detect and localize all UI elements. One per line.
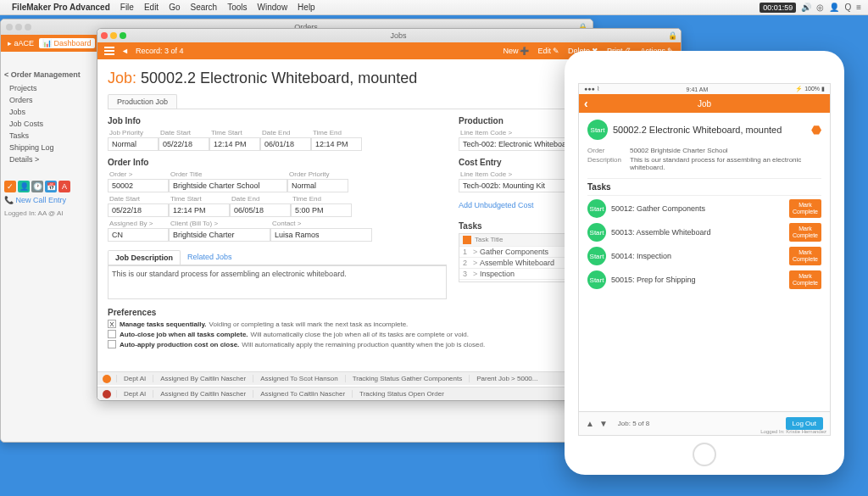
close-icon[interactable] [101, 32, 108, 39]
maximize-icon[interactable] [120, 32, 126, 39]
job-counter: Job: 5 of 8 [618, 420, 649, 427]
minimize-icon[interactable] [110, 32, 117, 39]
menu-window[interactable]: Window [258, 3, 288, 12]
ipad-header-title: Job [698, 99, 711, 109]
ipad-device: ●●● ⌇ 9:41 AM ⚡ 100% ▮ ‹ Job Start 50002… [565, 51, 844, 475]
lock-icon: 🔒 [668, 31, 677, 40]
new-button[interactable]: New ➕ [503, 47, 529, 55]
time-start[interactable]: 12:14 PM [209, 137, 260, 151]
ipad-task-row[interactable]: Start50014: InspectionMarkComplete [587, 247, 821, 265]
client[interactable]: Brightside Charter [169, 228, 270, 242]
sidebar-item-orders[interactable]: Orders [4, 94, 89, 106]
ipad-statusbar: ●●● ⌇ 9:41 AM ⚡ 100% ▮ [579, 84, 830, 94]
start-icon[interactable]: Start [587, 120, 608, 140]
check-icon[interactable]: ✓ [4, 181, 16, 192]
mark-complete-button[interactable]: MarkComplete [789, 223, 821, 241]
ipad-task-row[interactable]: Start50015: Prep for ShippingMarkComplet… [587, 270, 821, 289]
menu-help[interactable]: Help [298, 3, 315, 12]
sidebar-header[interactable]: < Order Management [4, 70, 89, 79]
nav-prev-icon[interactable]: ◄ [121, 47, 129, 55]
wifi-icon[interactable]: ◎ [816, 3, 824, 12]
job-priority[interactable]: Normal [108, 137, 159, 151]
desc-label: Description [587, 156, 630, 171]
ipad-tasks-heading: Tasks [587, 178, 821, 196]
clock: 00:01:59 [760, 3, 796, 13]
menu-tools[interactable]: Tools [227, 3, 247, 12]
sidebar-item-details[interactable]: Details > [4, 153, 89, 165]
start-icon[interactable]: Start [587, 270, 606, 289]
start-icon[interactable]: Start [587, 223, 606, 242]
back-icon[interactable]: ‹ [584, 97, 588, 110]
o-date-end[interactable]: 06/05/18 [230, 203, 291, 217]
job-info-heading: Job Info [108, 116, 447, 125]
aace-tab[interactable]: ▸ aACE [8, 39, 34, 47]
order-label: Order [587, 147, 630, 154]
minimize-icon[interactable] [15, 24, 22, 31]
search-icon[interactable]: Q [844, 3, 851, 12]
time-end[interactable]: 12:14 PM [311, 137, 362, 151]
sidebar-item-shipping[interactable]: Shipping Log [4, 142, 89, 153]
o-time-start[interactable]: 12:14 PM [169, 203, 230, 217]
calendar-icon[interactable]: 📅 [45, 181, 57, 192]
close-icon[interactable] [6, 24, 13, 31]
status-dot-icon [103, 390, 111, 398]
nav-down-icon[interactable]: ▼ [599, 419, 608, 428]
date-start[interactable]: 05/22/18 [159, 137, 209, 151]
jobs-titlebar: Jobs 🔒 [97, 29, 681, 42]
user-icon[interactable]: 👤 [829, 3, 839, 12]
menu-file[interactable]: File [120, 3, 134, 12]
edit-button[interactable]: Edit ✎ [537, 47, 559, 55]
order-info-heading: Order Info [108, 158, 447, 167]
menu-edit[interactable]: Edit [144, 3, 159, 12]
status-dot-icon [103, 375, 111, 383]
menu-go[interactable]: Go [169, 3, 180, 12]
order-num[interactable]: 50002 [108, 179, 169, 192]
ipad-task-row[interactable]: Start50012: Gather ComponentsMarkComplet… [587, 199, 821, 218]
dashboard-badge[interactable]: 📊 Dashboard [39, 38, 95, 48]
mark-complete-button[interactable]: MarkComplete [789, 199, 821, 217]
sidebar-item-jobs[interactable]: Jobs [4, 106, 89, 118]
tab-related-jobs[interactable]: Related Jobs [181, 250, 239, 265]
sidebar-item-tasks[interactable]: Tasks [4, 130, 89, 142]
record-counter: Record: 3 of 4 [136, 47, 184, 55]
date-end[interactable]: 06/01/18 [260, 137, 311, 151]
signal-icon: ●●● ⌇ [584, 86, 599, 92]
job-description[interactable]: This is our standard process for assembl… [108, 265, 447, 299]
contact[interactable]: Luisa Ramos [270, 228, 372, 242]
menu-search[interactable]: Search [190, 3, 217, 12]
mark-complete-button[interactable]: MarkComplete [789, 270, 821, 288]
mark-complete-button[interactable]: MarkComplete [789, 247, 821, 265]
start-icon[interactable]: Start [587, 247, 606, 265]
ipad-screen: ●●● ⌇ 9:41 AM ⚡ 100% ▮ ‹ Job Start 50002… [578, 83, 831, 436]
tab-production-job[interactable]: Production Job [108, 94, 177, 109]
alert-icon[interactable]: A [58, 181, 70, 192]
menu-icon[interactable]: ≡ [856, 3, 861, 12]
nav-up-icon[interactable]: ▲ [586, 419, 594, 428]
flow-icon[interactable]: ⬣ [811, 123, 821, 137]
sidebar-item-projects[interactable]: Projects [4, 82, 89, 94]
app-name[interactable]: FileMaker Pro Advanced [12, 3, 110, 12]
ipad-time: 9:41 AM [687, 86, 709, 92]
volume-icon[interactable]: 🔊 [801, 3, 811, 12]
order-priority[interactable]: Normal [287, 179, 348, 192]
ipad-task-row[interactable]: Start50013: Assemble WhiteboardMarkCompl… [587, 223, 821, 242]
ipad-job-title: 50002.2 Electronic Whiteboard, mounted [613, 125, 811, 135]
assigned-by[interactable]: CN [108, 228, 169, 242]
hamburger-icon[interactable] [104, 47, 114, 55]
tab-job-description[interactable]: Job Description [108, 250, 181, 265]
order-sidebar: < Order Management Projects Orders Jobs … [4, 70, 89, 165]
user-icon[interactable]: 👤 [18, 181, 30, 192]
logout-button[interactable]: Log Out [786, 417, 823, 430]
new-call-entry[interactable]: 📞 New Call Entry [4, 196, 89, 204]
maximize-icon[interactable] [25, 24, 31, 31]
home-button[interactable] [693, 443, 716, 466]
order-title[interactable]: Brightside Charter School [169, 179, 287, 192]
clock-icon[interactable]: 🕐 [31, 181, 43, 192]
desc-value: This is our standard process for assembl… [630, 156, 821, 171]
o-date-start[interactable]: 05/22/18 [108, 203, 169, 217]
sidebar-quick-icons: ✓ 👤 🕐 📅 A [4, 181, 89, 192]
o-time-end[interactable]: 5:00 PM [291, 203, 352, 217]
battery-icon: ⚡ 100% ▮ [795, 86, 825, 92]
start-icon[interactable]: Start [587, 199, 606, 218]
sidebar-item-jobcosts[interactable]: Job Costs [4, 118, 89, 130]
